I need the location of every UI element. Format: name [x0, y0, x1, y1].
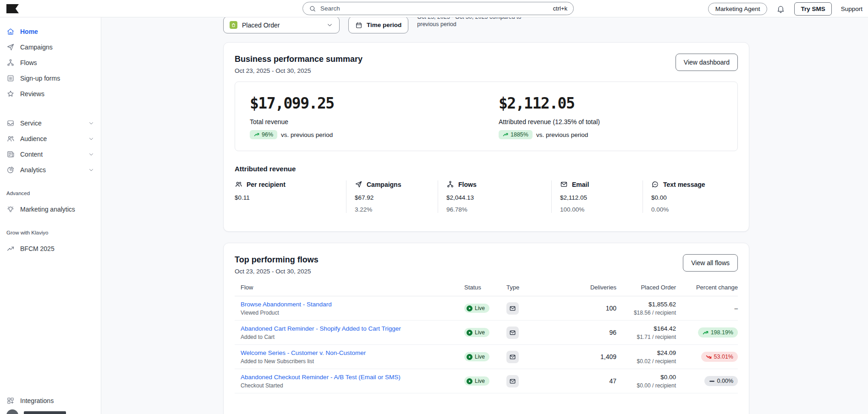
placed-order-value: $24.09	[616, 349, 676, 356]
view-dashboard-button[interactable]: View dashboard	[676, 54, 738, 71]
stat-text-message: Text message $0.00 0.00%	[643, 180, 738, 213]
search-shortcut: ctrl+k	[553, 5, 567, 12]
search-placeholder: Search	[320, 5, 549, 12]
sidebar-item-signup-forms[interactable]: Sign-up forms	[0, 71, 101, 86]
sidebar-item-content[interactable]: Content	[0, 147, 101, 162]
flow-row: Welcome Series - Customer v. Non-Custome…	[235, 345, 738, 369]
sidebar-item-reviews[interactable]: Reviews	[0, 86, 101, 102]
avatar	[6, 409, 18, 414]
change-badge: 1885%	[499, 130, 533, 139]
percent-change-badge: 198.19%	[698, 327, 738, 338]
attributed-revenue-stats: Per recipient $0.11 Campaigns $67.92 3.2…	[235, 180, 738, 213]
sidebar-section-grow: Grow with Klaviyo	[0, 228, 101, 237]
marketing-agent-button[interactable]: Marketing Agent	[708, 3, 768, 15]
people-icon	[6, 135, 15, 143]
attributed-revenue-label: Attributed revenue (12.35% of total)	[499, 118, 737, 125]
star-icon	[6, 90, 15, 98]
card-date-range: Oct 23, 2025 - Oct 30, 2025	[235, 268, 319, 275]
business-performance-card: Business performance summary Oct 23, 202…	[223, 42, 749, 232]
flow-row: Abandoned Cart Reminder - Shopify Added …	[235, 321, 738, 345]
percent-change-badge: 0.00%	[704, 376, 738, 386]
search-input[interactable]: Search ctrl+k	[302, 2, 574, 15]
news-icon	[6, 150, 15, 158]
per-recipient-value: $1.71 / recipient	[616, 334, 676, 340]
flow-link[interactable]: Abandoned Cart Reminder - Shopify Added …	[241, 325, 401, 332]
per-recipient-value: $0.00 / recipient	[616, 382, 676, 389]
total-revenue-label: Total revenue	[250, 118, 499, 125]
top-bar: Search ctrl+k Marketing Agent Try SMS Su…	[0, 0, 868, 17]
try-sms-button[interactable]: Try SMS	[794, 2, 831, 16]
flow-row: Browse Abandonment - Standard Viewed Pro…	[235, 296, 738, 321]
email-icon	[509, 354, 516, 360]
chevron-down-icon	[88, 167, 94, 173]
status-badge: Live	[464, 352, 489, 361]
klaviyo-logo-icon[interactable]	[6, 4, 19, 13]
sidebar-item-marketing-analytics[interactable]: Marketing analytics	[0, 202, 101, 217]
email-type-badge	[506, 302, 519, 315]
main-content: Placed Order Time period Oct 23, 2025 - …	[101, 17, 868, 414]
col-flow: Flow	[235, 284, 464, 291]
sidebar-item-service[interactable]: Service	[0, 115, 101, 131]
placed-order-value: $1,855.62	[616, 301, 676, 308]
sidebar: Home Campaigns Flows Sign-up forms Revie…	[0, 17, 101, 414]
trend-up-icon	[503, 132, 508, 137]
per-recipient-value: $18.56 / recipient	[616, 310, 676, 316]
total-revenue-metric: $17,099.25 Total revenue 96% vs. previou…	[235, 94, 499, 139]
send-icon	[355, 180, 363, 188]
top-performing-flows-card: Top performing flows Oct 23, 2025 - Oct …	[223, 243, 749, 414]
sidebar-item-analytics[interactable]: Analytics	[0, 162, 101, 178]
attributed-revenue-value: $2,112.05	[499, 94, 737, 112]
per-recipient-value: $0.02 / recipient	[616, 358, 676, 365]
percent-change-badge: 53.01%	[701, 352, 738, 362]
metric-select-value: Placed Order	[242, 22, 280, 29]
stat-email: Email $2,112.05 100.00%	[551, 180, 643, 213]
email-icon	[560, 180, 568, 188]
stat-per-recipient: Per recipient $0.11	[235, 180, 346, 213]
sidebar-item-campaigns[interactable]: Campaigns	[0, 39, 101, 55]
sidebar-item-bfcm-2025[interactable]: BFCM 2025	[0, 241, 101, 256]
integrations-icon	[6, 397, 15, 405]
change-badge: 96%	[250, 130, 277, 139]
send-icon	[6, 43, 15, 51]
email-type-badge	[506, 375, 519, 387]
play-circle-icon	[467, 305, 472, 311]
play-circle-icon	[467, 330, 472, 336]
shopify-icon	[230, 21, 237, 29]
card-date-range: Oct 23, 2025 - Oct 30, 2025	[235, 67, 363, 74]
support-link[interactable]: Support	[841, 5, 863, 12]
placed-order-value: $164.42	[616, 325, 676, 332]
filter-bar: Placed Order Time period Oct 23, 2025 - …	[223, 17, 545, 33]
sidebar-item-home[interactable]: Home	[0, 24, 101, 39]
sidebar-item-integrations[interactable]: Integrations	[0, 393, 101, 409]
view-all-flows-button[interactable]: View all flows	[683, 254, 738, 272]
flow-link[interactable]: Browse Abandonment - Standard	[241, 301, 332, 308]
status-badge: Live	[464, 328, 489, 337]
flow-link[interactable]: Abandoned Checkout Reminder - A/B Test (…	[241, 374, 401, 381]
attributed-revenue-metric: $2,112.05 Attributed revenue (12.35% of …	[499, 94, 737, 139]
trend-up-icon	[703, 330, 709, 336]
email-icon	[509, 378, 516, 385]
inbox-icon	[6, 119, 15, 127]
col-percent-change: Percent change	[676, 284, 738, 291]
metric-select[interactable]: Placed Order	[223, 17, 340, 33]
deliveries-value: 100	[561, 305, 616, 312]
placed-order-value: $0.00	[616, 374, 676, 381]
flows-table: Flow Status Type Deliveries Placed Order…	[235, 284, 738, 393]
account-label-clipped	[24, 411, 66, 414]
sidebar-section-advanced: Advanced	[0, 189, 101, 198]
stat-campaigns: Campaigns $67.92 3.22%	[346, 180, 438, 213]
time-period-button[interactable]: Time period	[348, 17, 408, 33]
account-row[interactable]	[0, 409, 101, 414]
chevron-down-icon	[88, 120, 94, 126]
deliveries-value: 1,409	[561, 353, 616, 360]
sidebar-item-flows[interactable]: Flows	[0, 55, 101, 71]
change-suffix: vs. previous period	[281, 131, 333, 138]
chat-icon	[651, 180, 659, 188]
sidebar-item-audience[interactable]: Audience	[0, 131, 101, 147]
search-icon	[309, 5, 316, 12]
col-type: Type	[506, 284, 561, 291]
flow-link[interactable]: Welcome Series - Customer v. Non-Custome…	[241, 349, 366, 356]
bell-icon[interactable]	[776, 5, 785, 13]
play-circle-icon	[467, 354, 472, 360]
chevron-down-icon	[88, 136, 94, 142]
